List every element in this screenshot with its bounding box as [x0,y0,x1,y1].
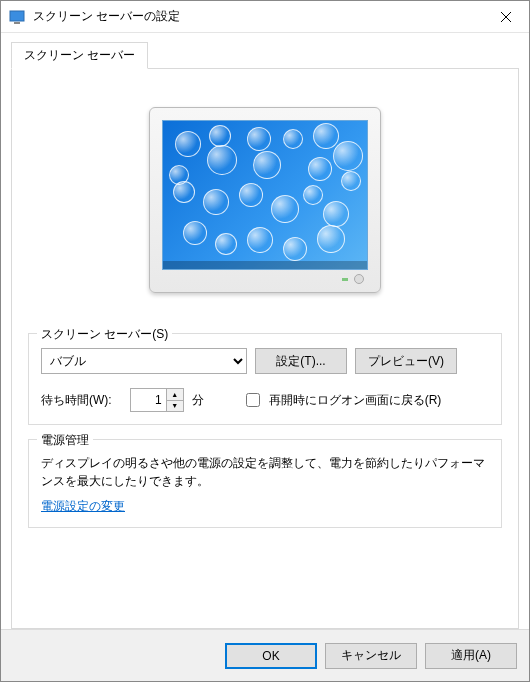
spinner-up-button[interactable]: ▲ [167,389,183,401]
close-icon [501,12,511,22]
wait-input[interactable] [130,388,166,412]
power-led-icon [342,278,348,281]
screensaver-select[interactable]: バブル [41,348,247,374]
content-area: スクリーン セーバー [1,33,529,629]
svg-rect-0 [10,11,24,21]
settings-button[interactable]: 設定(T)... [255,348,347,374]
monitor-icon [9,9,25,25]
preview-area [28,85,502,315]
screensaver-group: スクリーン セーバー(S) バブル 設定(T)... プレビュー(V) 待ち時間… [28,333,502,425]
dialog-button-bar: OK キャンセル 適用(A) [1,629,529,681]
resume-checkbox-text: 再開時にログオン画面に戻る(R) [269,392,442,409]
power-description: ディスプレイの明るさや他の電源の設定を調整して、電力を節約したりパフォーマンスを… [41,454,489,490]
screensaver-group-title: スクリーン セーバー(S) [37,326,172,343]
svg-rect-1 [14,22,20,24]
power-group-title: 電源管理 [37,432,93,449]
power-group: 電源管理 ディスプレイの明るさや他の電源の設定を調整して、電力を節約したりパフォ… [28,439,502,528]
tab-screensaver[interactable]: スクリーン セーバー [11,42,148,69]
power-button-icon [354,274,364,284]
cancel-button[interactable]: キャンセル [325,643,417,669]
close-button[interactable] [483,1,529,33]
preview-monitor [149,107,381,293]
tab-panel: スクリーン セーバー(S) バブル 設定(T)... プレビュー(V) 待ち時間… [11,68,519,629]
apply-button[interactable]: 適用(A) [425,643,517,669]
spinner-down-button[interactable]: ▼ [167,401,183,412]
wait-label: 待ち時間(W): [41,392,112,409]
titlebar: スクリーン セーバーの設定 [1,1,529,33]
preview-button[interactable]: プレビュー(V) [355,348,457,374]
screensaver-settings-window: スクリーン セーバーの設定 スクリーン セーバー [0,0,530,682]
wait-spinner[interactable]: ▲ ▼ [130,388,184,412]
monitor-chin [162,270,368,288]
power-settings-link[interactable]: 電源設定の変更 [41,499,125,513]
wait-unit: 分 [192,392,204,409]
window-title: スクリーン セーバーの設定 [33,8,483,25]
ok-button[interactable]: OK [225,643,317,669]
resume-checkbox-label[interactable]: 再開時にログオン画面に戻る(R) [242,390,442,410]
resume-checkbox[interactable] [246,393,260,407]
tabstrip: スクリーン セーバー [11,41,519,68]
preview-screen [162,120,368,270]
